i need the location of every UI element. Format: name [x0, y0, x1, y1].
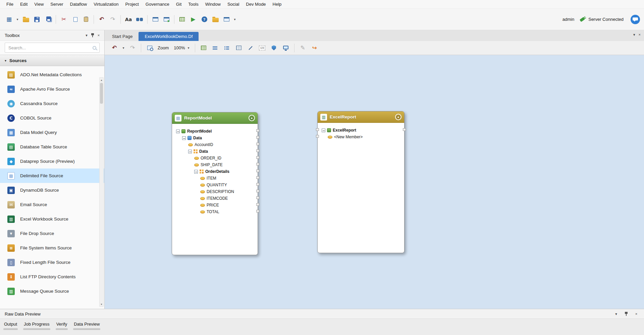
output-port[interactable] — [256, 196, 259, 199]
tree-field-price[interactable]: PRICE — [172, 202, 258, 208]
toolbox-dropdown-button[interactable]: ▾ — [84, 32, 90, 38]
draw-link-button[interactable] — [246, 43, 256, 53]
save-all-button[interactable] — [43, 14, 53, 25]
tree-field-itemcode[interactable]: ITEMCODE — [172, 195, 258, 202]
panel-dropdown-button[interactable]: ▾ — [613, 311, 619, 317]
menu-project[interactable]: Project — [122, 1, 142, 8]
output-port[interactable] — [256, 183, 259, 186]
show-record-ids-button[interactable]: 123 — [257, 43, 267, 53]
menu-dataflow[interactable]: Dataflow — [67, 1, 90, 8]
output-port[interactable] — [256, 129, 259, 132]
run-dataflow-button[interactable]: ▶ — [188, 14, 198, 25]
scroll-down-icon[interactable]: ▼ — [100, 302, 103, 306]
canvas-redo-button[interactable]: ↷ — [127, 43, 138, 53]
toolbox-item-list-ftp[interactable]: List FTP Directory Contents — [0, 270, 104, 284]
node-reportmodel-header[interactable]: ReportModel ▲ — [172, 112, 258, 124]
tree-node-excelreport[interactable]: ExcelReport — [318, 127, 404, 134]
toolbox-item-ado-net-metadata[interactable]: ADO.Net Metadata Collections — [0, 67, 104, 82]
help-button[interactable]: ? — [199, 14, 209, 25]
zoom-select[interactable]: 100% ▾ — [172, 44, 191, 51]
menu-help[interactable]: Help — [270, 1, 285, 8]
output-port[interactable] — [256, 203, 259, 206]
reroute-links-button[interactable]: ↪ — [310, 43, 320, 53]
scrollbar-thumb[interactable] — [100, 83, 103, 104]
run-window-button[interactable] — [161, 14, 171, 25]
toolbox-close-button[interactable]: × — [96, 32, 102, 38]
collapse-minus-icon[interactable] — [176, 130, 180, 133]
toolbox-scrollbar[interactable]: ▲ ▼ — [99, 77, 104, 307]
collapse-minus-icon[interactable] — [194, 170, 198, 174]
menu-governance[interactable]: Governance — [143, 1, 172, 8]
output-port[interactable] — [256, 210, 259, 212]
menu-social[interactable]: Social — [224, 1, 242, 8]
bottom-tab-output[interactable]: Output — [3, 322, 18, 330]
save-button[interactable] — [32, 14, 42, 25]
copy-button[interactable] — [70, 14, 80, 25]
menu-tools[interactable]: Tools — [185, 1, 201, 8]
preview-window-button[interactable] — [221, 14, 231, 25]
toolbox-item-dataprep[interactable]: Dataprep Source (Preview) — [0, 154, 104, 169]
output-port[interactable] — [403, 128, 406, 131]
sources-section-header[interactable]: ▾ Sources — [0, 55, 104, 66]
tabstrip-close-button[interactable]: × — [639, 33, 641, 37]
output-port[interactable] — [256, 156, 259, 159]
menu-view[interactable]: View — [31, 1, 47, 8]
toolbox-item-excel-workbook[interactable]: Excel Workbook Source — [0, 212, 104, 226]
collapse-minus-icon[interactable] — [182, 136, 186, 140]
collapse-minus-icon[interactable] — [188, 150, 192, 153]
node-excelreport-header[interactable]: ExcelReport ▲ — [318, 111, 404, 123]
node-collapse-button[interactable]: ▲ — [395, 114, 401, 120]
menu-file[interactable]: File — [3, 1, 16, 8]
new-window-button[interactable] — [150, 14, 160, 25]
preview-output-button[interactable] — [281, 43, 291, 53]
vertical-layout-button[interactable] — [222, 43, 232, 53]
dataflow-canvas[interactable]: ReportModel ▲ ReportModel Data AccountID… — [105, 55, 644, 309]
menu-edit[interactable]: Edit — [17, 1, 31, 8]
toolbox-item-file-drop[interactable]: File Drop Source — [0, 226, 104, 241]
toolbox-item-dynamodb[interactable]: DynamoDB Source — [0, 183, 104, 197]
tree-field-item[interactable]: ITEM — [172, 175, 258, 182]
open-project-button[interactable] — [210, 14, 220, 25]
show-grid-button[interactable] — [199, 43, 209, 53]
undo-button[interactable]: ↶ — [97, 14, 107, 25]
output-port[interactable] — [256, 176, 259, 179]
zoom-to-fit-button[interactable] — [145, 43, 155, 53]
toolbox-pin-button[interactable] — [90, 32, 96, 38]
node-excelreport[interactable]: ExcelReport ▲ ExcelReport <New Member> — [317, 111, 405, 253]
tree-field-accountid[interactable]: AccountID — [172, 141, 258, 148]
cut-button[interactable]: ✂ — [59, 14, 69, 25]
toolbox-search-input[interactable] — [5, 43, 100, 53]
toolbox-item-message-queue[interactable]: Message Queue Source — [0, 284, 104, 298]
toolbox-item-delimited-file[interactable]: Delimited File Source — [0, 169, 104, 183]
output-port[interactable] — [256, 149, 259, 152]
font-button[interactable]: Aa — [123, 14, 133, 25]
node-collapse-button[interactable]: ▲ — [249, 115, 255, 121]
output-port[interactable] — [256, 190, 259, 192]
toolbox-item-email[interactable]: Email Source — [0, 197, 104, 212]
paste-button[interactable] — [81, 14, 91, 25]
toolbar-overflow-button[interactable]: ▾ — [232, 14, 237, 25]
toolbox-item-cassandra[interactable]: Cassandra Source — [0, 96, 104, 111]
tree-node-reportmodel[interactable]: ReportModel — [172, 128, 258, 135]
chat-icon[interactable] — [631, 15, 640, 24]
tab-excelworkbookdemo[interactable]: ExcelWorkBookDemo.Df — [139, 32, 199, 41]
bottom-tab-data-preview[interactable]: Data Preview — [73, 322, 100, 330]
tab-start-page[interactable]: Start Page — [106, 32, 139, 41]
job-monitor-button[interactable] — [177, 14, 187, 25]
toolbox-item-data-model-query[interactable]: Data Model Query — [0, 125, 104, 140]
canvas-undo-button[interactable]: ↶ — [109, 43, 119, 53]
menu-window[interactable]: Window — [202, 1, 224, 8]
tree-field-total[interactable]: TOTAL — [172, 208, 258, 215]
toolbox-item-fixed-length[interactable]: Fixed Length File Source — [0, 255, 104, 270]
output-port[interactable] — [256, 163, 259, 165]
tree-collection-data[interactable]: Data — [172, 148, 258, 155]
menu-git[interactable]: Git — [173, 1, 185, 8]
input-port[interactable] — [316, 135, 319, 138]
panel-close-button[interactable]: × — [633, 311, 639, 317]
toolbox-item-file-system-items[interactable]: File System Items Source — [0, 241, 104, 255]
collapse-minus-icon[interactable] — [322, 129, 325, 132]
toolbox-item-apache-avro[interactable]: Apache Avro File Source — [0, 82, 104, 96]
tree-collection-orderdetails[interactable]: OrderDetails — [172, 168, 258, 175]
redo-button[interactable]: ↷ — [108, 14, 118, 25]
tree-field-description[interactable]: DESCRIPTION — [172, 188, 258, 195]
